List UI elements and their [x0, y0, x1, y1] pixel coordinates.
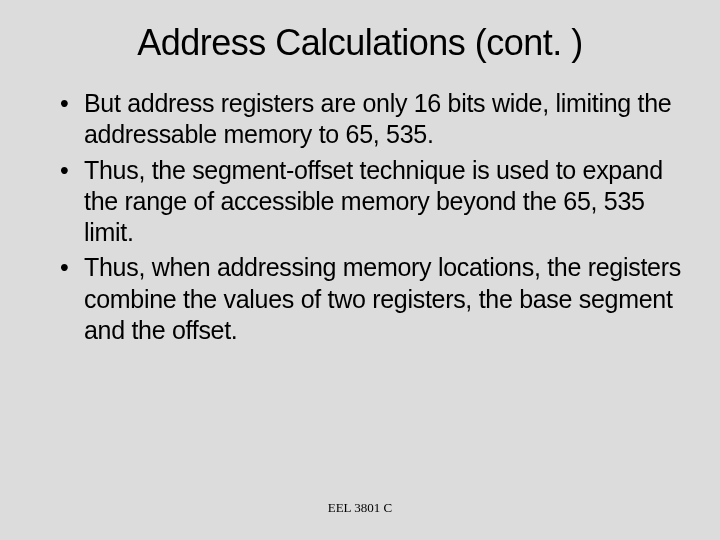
bullet-item: Thus, the segment-offset technique is us… [60, 155, 690, 249]
bullet-list: But address registers are only 16 bits w… [30, 88, 690, 346]
slide-container: Address Calculations (cont. ) But addres… [0, 0, 720, 540]
slide-title: Address Calculations (cont. ) [30, 22, 690, 64]
bullet-item: But address registers are only 16 bits w… [60, 88, 690, 151]
bullet-item: Thus, when addressing memory locations, … [60, 252, 690, 346]
slide-footer: EEL 3801 C [0, 500, 720, 516]
